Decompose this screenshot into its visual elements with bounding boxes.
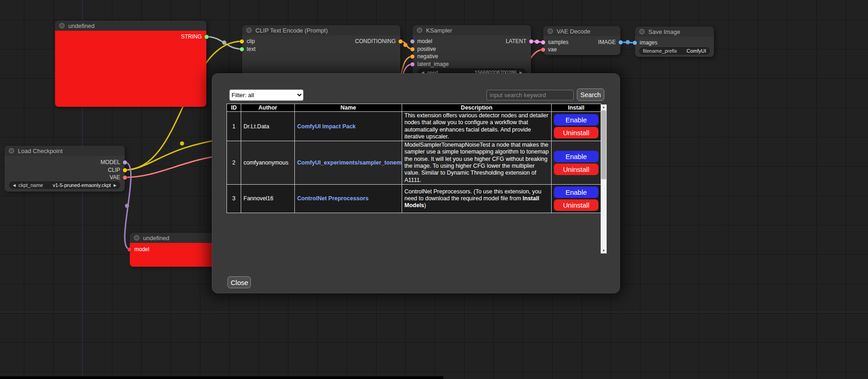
node-title: KSampler (426, 27, 452, 34)
cell-id: 3 (227, 184, 241, 213)
input-slot-vae[interactable]: vae (545, 46, 557, 53)
output-slot-dot[interactable] (123, 176, 127, 180)
collapse-dot-icon[interactable] (417, 27, 422, 33)
extension-link[interactable]: ComfyUI Impact Pack (297, 123, 356, 130)
error-node-body (55, 31, 206, 107)
collapse-dot-icon[interactable] (134, 235, 139, 241)
search-button[interactable]: Search (577, 88, 604, 101)
enable-button[interactable]: Enable (554, 187, 598, 198)
custom-nodes-table: ID Author Name Description Install 1 Dr.… (227, 104, 601, 213)
cell-name: ComfyUI Impact Pack (295, 112, 402, 141)
cell-description: This extension offers various detector n… (402, 112, 552, 141)
node-title-bar[interactable]: undefined (55, 21, 206, 31)
uninstall-button[interactable]: Uninstall (554, 164, 598, 175)
collapse-dot-icon[interactable] (9, 148, 14, 154)
extension-link[interactable]: ComfyUI_experiments/sampler_tonemap (297, 159, 402, 166)
input-slot-dot[interactable] (127, 247, 132, 252)
node-undefined-top[interactable]: undefined STRING (55, 21, 206, 107)
node-title-bar[interactable]: VAE Decode (543, 26, 620, 36)
col-header-author: Author (241, 104, 295, 112)
node-title-bar[interactable]: Save Image (635, 27, 714, 37)
uninstall-button[interactable]: Uninstall (554, 127, 598, 138)
output-slot-conditioning[interactable]: CONDITIONING (355, 38, 398, 44)
output-slot-dot[interactable] (123, 160, 127, 165)
output-slot-model[interactable]: MODEL (100, 159, 123, 165)
widget-name: filename_prefix (643, 48, 677, 54)
input-slot-negative[interactable]: negative (415, 53, 438, 60)
output-slot-dot[interactable] (619, 40, 623, 44)
slot-label: latent_image (417, 61, 449, 67)
output-slot-dot[interactable] (205, 35, 209, 39)
node-undefined-bottom[interactable]: undefined model (130, 233, 218, 267)
input-slot-dot[interactable] (410, 62, 415, 66)
node-title-bar[interactable]: KSampler (413, 25, 531, 35)
input-slot-dot[interactable] (410, 47, 415, 51)
input-slot-text[interactable]: text (244, 46, 255, 52)
input-slot-dot[interactable] (410, 39, 415, 44)
graph-canvas[interactable]: undefined STRING CLIP Text Encode (Promp… (0, 0, 868, 379)
node-title: undefined (143, 235, 169, 242)
slot-label: LATENT (506, 38, 526, 44)
uninstall-button[interactable]: Uninstall (554, 199, 598, 211)
output-slot-clip[interactable]: CLIP (108, 167, 123, 173)
node-title-bar[interactable]: CLIP Text Encode (Prompt) (242, 25, 400, 35)
extension-link[interactable]: ControlNet Preprocessors (297, 195, 369, 202)
collapse-dot-icon[interactable] (246, 27, 252, 33)
slot-label: model (134, 246, 149, 253)
collapse-dot-icon[interactable] (639, 29, 645, 34)
input-slot-samples[interactable]: samples (545, 39, 569, 45)
filename-prefix-widget[interactable]: filename_prefix ComfyUI (639, 47, 710, 55)
input-slot-dot[interactable] (240, 47, 244, 51)
input-slot-dot[interactable] (633, 41, 637, 45)
table-scrollbar[interactable]: ▲ ▼ (601, 104, 607, 253)
output-slot-vae[interactable]: VAE (110, 174, 123, 181)
slot-label: VAE (110, 174, 120, 181)
output-slot-dot[interactable] (529, 39, 533, 44)
extension-table-container: ID Author Name Description Install 1 Dr.… (227, 104, 607, 255)
node-title-bar[interactable]: undefined (130, 233, 218, 243)
decrement-arrow-icon[interactable]: ◀ (13, 183, 16, 187)
output-slot-dot[interactable] (398, 39, 403, 44)
input-slot-dot[interactable] (240, 39, 244, 44)
enable-button[interactable]: Enable (554, 151, 598, 162)
node-title-bar[interactable]: Load Checkpoint (5, 146, 125, 156)
link-midpoint-dot (180, 142, 184, 146)
slot-label: negative (417, 53, 438, 60)
scrollbar-thumb[interactable] (601, 110, 606, 179)
ckpt-name-widget[interactable]: ◀ ckpt_name v1-5-pruned-emaonly.ckpt ▶ (9, 181, 120, 189)
node-title: VAE Decode (557, 28, 590, 35)
increment-arrow-icon[interactable]: ▶ (114, 183, 116, 187)
input-slot-positive[interactable]: positive (415, 46, 436, 52)
slot-label: positive (417, 46, 436, 52)
scroll-down-icon[interactable]: ▼ (601, 248, 607, 253)
input-slot-model[interactable]: model (415, 38, 432, 44)
output-slot-dot[interactable] (123, 168, 127, 172)
slot-label: clip (247, 38, 255, 44)
node-vae-decode[interactable]: VAE Decode samples vae IMAGE (543, 26, 620, 55)
filter-select[interactable]: Filter: all (229, 89, 304, 101)
output-slot-image[interactable]: IMAGE (598, 39, 619, 45)
input-slot-model[interactable]: model (132, 246, 149, 253)
input-slot-dot[interactable] (541, 48, 545, 52)
scroll-up-icon[interactable]: ▲ (601, 104, 607, 110)
search-input[interactable] (487, 90, 574, 100)
collapse-dot-icon[interactable] (59, 23, 65, 28)
input-slot-latent-image[interactable]: latent_image (415, 61, 449, 67)
input-slot-dot[interactable] (410, 55, 415, 59)
input-slot-dot[interactable] (541, 40, 545, 44)
slot-label: IMAGE (598, 39, 616, 45)
slot-label: vae (548, 46, 557, 53)
close-button[interactable]: Close (227, 276, 251, 288)
collapse-dot-icon[interactable] (547, 28, 553, 34)
output-slot-latent[interactable]: LATENT (506, 38, 529, 44)
output-slot-string[interactable]: STRING (181, 33, 205, 40)
slot-label: model (417, 38, 432, 44)
cell-install: Enable Uninstall (552, 141, 601, 185)
enable-button[interactable]: Enable (554, 114, 598, 126)
widget-value: v1-5-pruned-emaonly.ckpt (53, 182, 111, 188)
node-save-image[interactable]: Save Image images filename_prefix ComfyU… (635, 27, 714, 57)
node-load-checkpoint[interactable]: Load Checkpoint MODEL CLIP VAE ◀ ckpt_na… (5, 146, 125, 192)
input-slot-images[interactable]: images (637, 39, 658, 46)
node-title: Load Checkpoint (18, 148, 63, 154)
input-slot-clip[interactable]: clip (244, 38, 255, 44)
